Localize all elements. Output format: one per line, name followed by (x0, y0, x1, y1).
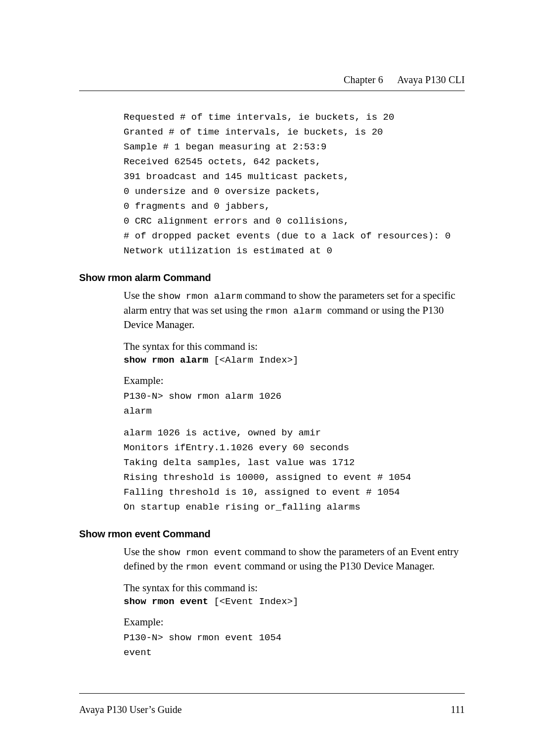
example-code-alarm: P130-N> show rmon alarm 1026 alarm (124, 389, 465, 419)
para-alarm-desc: Use the show rmon alarm command to show … (124, 288, 465, 332)
para-text: Use the (124, 289, 158, 301)
section-heading-alarm: Show rmon alarm Command (79, 272, 465, 284)
syntax-label-alarm: The syntax for this command is: (124, 340, 465, 353)
page-footer: Avaya P130 User’s Guide 111 (79, 704, 465, 715)
para-text: command or using the P130 Device Manager… (242, 560, 435, 572)
chapter-header: Chapter 6 Avaya P130 CLI (79, 74, 465, 86)
inline-code: show rmon alarm (158, 291, 242, 302)
para-event-desc: Use the show rmon event command to show … (124, 545, 465, 574)
footer-rule (79, 693, 465, 694)
page-root: Chapter 6 Avaya P130 CLI Requested # of … (0, 0, 534, 756)
syntax-rest: [<Event Index>] (208, 596, 298, 607)
chapter-title: Avaya P130 CLI (397, 74, 465, 85)
example-code-event: P130-N> show rmon event 1054 event (124, 630, 465, 660)
page-number: 111 (450, 704, 465, 715)
example-label-event: Example: (124, 616, 465, 628)
code-block-output-1: Requested # of time intervals, ie bucket… (124, 110, 465, 258)
output-code-alarm: alarm 1026 is active, owned by amir Moni… (124, 425, 465, 515)
footer-left: Avaya P130 User’s Guide (79, 704, 182, 715)
inline-code: rmon alarm (265, 306, 327, 317)
syntax-bold: show rmon alarm (124, 355, 208, 366)
syntax-line-event: show rmon event [<Event Index>] (124, 596, 465, 607)
section-heading-event: Show rmon event Command (79, 528, 465, 540)
syntax-bold: show rmon event (124, 596, 208, 607)
inline-code: show rmon event (158, 547, 242, 558)
syntax-line-alarm: show rmon alarm [<Alarm Index>] (124, 355, 465, 366)
para-text: Use the (124, 546, 158, 558)
inline-code: rmon event (185, 562, 242, 572)
example-label-alarm: Example: (124, 375, 465, 387)
syntax-rest: [<Alarm Index>] (208, 355, 298, 366)
header-rule (79, 91, 465, 91)
chapter-label: Chapter 6 (344, 74, 383, 85)
syntax-label-event: The syntax for this command is: (124, 582, 465, 594)
